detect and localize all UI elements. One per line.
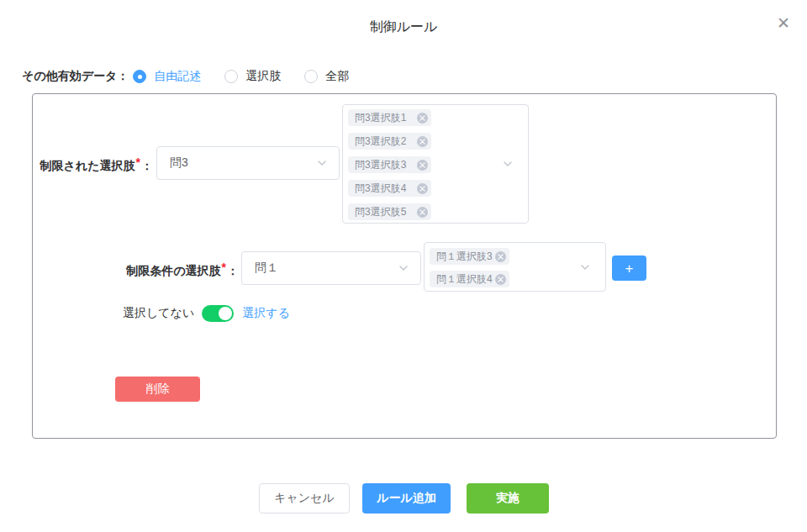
choice-tag: 問3選択肢5 [348,203,431,220]
tag-label: 問１選択肢3 [436,250,493,264]
control-rule-dialog: 制御ルール ✕ その他有効データ： 自由記述 選択肢 全部 制限された選択肢*：… [0,0,807,532]
tag-close-icon[interactable] [417,113,428,124]
tag-label: 問3選択肢5 [355,205,406,219]
choice-tag: 問3選択肢3 [348,156,431,173]
rule-panel: 制限された選択肢*： 問3 問3選択肢1 問3選択肢2 問3選択肢3 [32,93,777,439]
tag-label: 問3選択肢1 [355,111,406,125]
tag-close-icon[interactable] [417,207,428,218]
choice-tag: 問１選択肢3 [430,248,509,265]
condition-question-select[interactable]: 問１ [241,251,421,285]
chevron-down-icon [578,261,592,274]
close-icon[interactable]: ✕ [777,15,790,32]
add-rule-button[interactable]: ルール追加 [362,483,451,514]
radio-option-free-text[interactable]: 自由記述 [133,69,201,84]
radio-option-all[interactable]: 全部 [304,69,349,84]
dialog-title: 制御ルール [0,18,807,36]
required-asterisk: * [222,261,226,274]
radio-option-label: 自由記述 [154,69,201,84]
radio-option-choices[interactable]: 選択肢 [224,69,281,84]
label-colon: ： [141,159,153,172]
choice-tag: 問１選択肢4 [430,271,509,287]
selected-question: 問１ [255,261,397,276]
submit-button[interactable]: 実施 [467,483,549,514]
radio-option-label: 全部 [325,69,349,84]
toggle-off-label: 選択してない [123,306,194,321]
toggle-on-label[interactable]: 選択する [242,306,290,321]
radio-option-label: 選択肢 [245,69,281,84]
tag-list: 問3選択肢1 問3選択肢2 問3選択肢3 問3選択肢4 問3選択肢5 [343,105,528,223]
cancel-button[interactable]: キャンセル [259,483,350,514]
tag-close-icon[interactable] [417,183,428,194]
tag-label: 問3選択肢2 [355,134,406,149]
choice-tag: 問3選択肢4 [348,180,431,197]
selected-question: 問3 [170,155,315,171]
radio-group-label: その他有効データ： [22,69,129,84]
tag-close-icon[interactable] [417,136,428,147]
restricted-question-select[interactable]: 問3 [156,146,340,180]
add-condition-button[interactable]: + [612,255,646,281]
chevron-down-icon [501,157,514,171]
restricted-choices-label: 制限された選択肢*： [39,154,153,174]
label-colon: ： [227,264,239,277]
chevron-down-icon [397,261,410,275]
label-text: 制限された選択肢 [40,159,135,172]
switch-knob [219,307,232,320]
tag-label: 問3選択肢4 [355,182,406,196]
condition-choices-multiselect[interactable]: 問１選択肢3 問１選択肢4 [424,242,606,292]
tag-close-icon[interactable] [495,251,506,262]
plus-icon: + [625,261,634,276]
other-valid-data-radio-group: その他有効データ： 自由記述 選択肢 全部 [22,67,372,86]
choice-tag: 問3選択肢2 [348,133,431,150]
choice-tag: 問3選択肢1 [348,109,431,126]
condition-choices-label: 制限条件の選択肢*： [124,259,239,279]
radio-checked-icon[interactable] [133,70,146,83]
delete-rule-button[interactable]: 削除 [115,377,200,402]
restricted-choices-multiselect[interactable]: 問3選択肢1 問3選択肢2 問3選択肢3 問3選択肢4 問3選択肢5 [342,104,529,224]
chevron-down-icon [315,156,329,170]
required-asterisk: * [136,155,140,169]
tag-close-icon[interactable] [417,160,428,171]
radio-unchecked-icon[interactable] [224,70,238,83]
selection-toggle-switch[interactable] [202,305,234,322]
selection-toggle-row: 選択してない 選択する [123,303,290,324]
radio-unchecked-icon[interactable] [304,70,318,83]
tag-close-icon[interactable] [495,274,506,285]
tag-label: 問１選択肢4 [436,272,493,287]
label-text: 制限条件の選択肢 [126,264,220,277]
tag-label: 問3選択肢3 [355,158,406,172]
